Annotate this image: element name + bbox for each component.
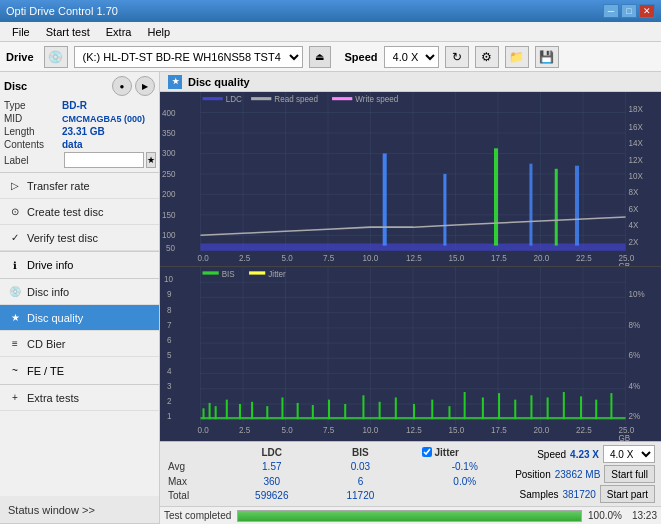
eject-button[interactable]: ⏏ <box>309 46 331 68</box>
svg-text:20.0: 20.0 <box>533 425 549 435</box>
mid-value: CMCMAGBA5 (000) <box>62 114 145 124</box>
svg-text:8%: 8% <box>629 320 641 330</box>
ldc-header: LDC <box>225 445 319 460</box>
speed-val: 4.23 X <box>570 449 599 460</box>
drive-select[interactable]: (K:) HL-DT-ST BD-RE WH16NS58 TST4 <box>74 46 303 68</box>
cd-bier-icon: ≡ <box>8 337 22 351</box>
svg-text:12.5: 12.5 <box>406 425 422 435</box>
sidebar-item-cd-bier[interactable]: ≡ CD Bier <box>0 331 159 357</box>
svg-text:7: 7 <box>167 320 172 330</box>
svg-rect-20 <box>383 153 387 245</box>
svg-rect-59 <box>332 97 352 100</box>
window-controls: ─ □ ✕ <box>603 4 655 18</box>
svg-text:Read speed: Read speed <box>274 95 318 104</box>
contents-value: data <box>62 139 83 150</box>
disc-mid-row: MID CMCMAGBA5 (000) <box>4 113 155 124</box>
drive-bar: Drive 💿 (K:) HL-DT-ST BD-RE WH16NS58 TST… <box>0 42 661 72</box>
disc-type-row: Type BD-R <box>4 100 155 111</box>
svg-rect-109 <box>580 396 582 419</box>
svg-rect-0 <box>160 92 661 266</box>
svg-text:0.0: 0.0 <box>197 254 209 263</box>
samples-row: Samples 381720 Start part <box>515 485 655 503</box>
svg-text:14X: 14X <box>629 139 644 148</box>
sidebar-item-create-test-disc[interactable]: ⊙ Create test disc <box>0 199 159 225</box>
speed-select[interactable]: 4.0 X <box>384 46 439 68</box>
right-stats: Speed 4.23 X 4.0 X Position 23862 MB Sta… <box>515 445 655 503</box>
start-part-button[interactable]: Start part <box>600 485 655 503</box>
disc-length-row: Length 23.31 GB <box>4 126 155 137</box>
svg-rect-94 <box>328 400 330 420</box>
content-area: ★ Disc quality <box>160 72 661 524</box>
svg-rect-21 <box>443 174 446 246</box>
menu-start-test[interactable]: Start test <box>38 24 98 40</box>
minimize-button[interactable]: ─ <box>603 4 619 18</box>
app-title: Opti Drive Control 1.70 <box>6 5 118 17</box>
disc-quality-icon: ★ <box>8 311 22 325</box>
svg-text:22.5: 22.5 <box>576 254 592 263</box>
svg-text:15.0: 15.0 <box>448 425 464 435</box>
start-full-button[interactable]: Start full <box>604 465 655 483</box>
empty-header <box>164 445 225 460</box>
menu-file[interactable]: File <box>4 24 38 40</box>
svg-rect-100 <box>431 400 433 420</box>
refresh-icon[interactable]: ↻ <box>445 46 469 68</box>
save-icon[interactable]: 💾 <box>535 46 559 68</box>
menu-help[interactable]: Help <box>139 24 178 40</box>
svg-text:17.5: 17.5 <box>491 425 507 435</box>
label-input[interactable] <box>64 152 144 168</box>
max-row: Max 360 6 0.0% <box>164 474 511 489</box>
progress-percent: 100.0% <box>588 510 622 521</box>
sidebar-item-extra-tests[interactable]: + Extra tests <box>0 385 159 411</box>
sidebar: Disc ● ▶ Type BD-R MID CMCMAGBA5 (000) L… <box>0 72 160 524</box>
svg-text:Jitter: Jitter <box>268 269 286 279</box>
settings-icon[interactable]: ⚙ <box>475 46 499 68</box>
total-label: Total <box>164 489 225 504</box>
svg-text:5: 5 <box>167 350 172 360</box>
create-test-disc-label: Create test disc <box>27 206 103 218</box>
svg-text:18X: 18X <box>629 105 644 114</box>
svg-text:150: 150 <box>162 211 176 220</box>
extra-tests-icon: + <box>8 391 22 405</box>
close-button[interactable]: ✕ <box>639 4 655 18</box>
jitter-checkbox[interactable] <box>422 447 432 457</box>
svg-rect-101 <box>448 406 450 419</box>
sidebar-item-transfer-rate[interactable]: ▷ Transfer rate <box>0 173 159 199</box>
speed-display-select[interactable]: 4.0 X <box>603 445 655 463</box>
svg-rect-88 <box>239 404 241 419</box>
max-ldc: 360 <box>225 474 319 489</box>
svg-text:3: 3 <box>167 381 172 391</box>
status-window-button[interactable]: Status window >> <box>0 496 159 524</box>
sidebar-item-drive-info[interactable]: ℹ Drive info <box>0 251 159 279</box>
sidebar-item-verify-test-disc[interactable]: ✓ Verify test disc <box>0 225 159 251</box>
status-window-label: Status window >> <box>8 504 95 516</box>
max-jitter: 0.0% <box>418 474 511 489</box>
maximize-button[interactable]: □ <box>621 4 637 18</box>
max-label: Max <box>164 474 225 489</box>
svg-text:10.0: 10.0 <box>362 425 378 435</box>
menu-extra[interactable]: Extra <box>98 24 140 40</box>
total-bis: 11720 <box>319 489 402 504</box>
jitter-check-label[interactable]: Jitter <box>422 447 507 458</box>
svg-text:2.5: 2.5 <box>239 425 251 435</box>
avg-label: Avg <box>164 460 225 475</box>
svg-rect-84 <box>203 408 205 419</box>
disc-icon-1[interactable]: ● <box>112 76 132 96</box>
svg-text:5.0: 5.0 <box>281 425 293 435</box>
browse-icon[interactable]: 📁 <box>505 46 529 68</box>
sidebar-item-disc-quality[interactable]: ★ Disc quality <box>0 305 159 331</box>
fe-te-icon: ~ <box>8 364 22 378</box>
samples-label: Samples <box>520 489 559 500</box>
sidebar-item-disc-info[interactable]: 💿 Disc info <box>0 279 159 305</box>
total-row: Total 599626 11720 <box>164 489 511 504</box>
total-ldc: 599626 <box>225 489 319 504</box>
disc-icon-2[interactable]: ▶ <box>135 76 155 96</box>
svg-rect-106 <box>530 395 532 419</box>
label-button[interactable]: ★ <box>146 152 156 168</box>
disc-info-label: Disc info <box>27 286 69 298</box>
svg-text:BIS: BIS <box>222 269 235 279</box>
svg-text:6X: 6X <box>629 205 639 214</box>
type-label: Type <box>4 100 62 111</box>
sidebar-item-fe-te[interactable]: ~ FE / TE <box>0 357 159 385</box>
svg-text:12X: 12X <box>629 156 644 165</box>
svg-rect-61 <box>160 267 661 441</box>
